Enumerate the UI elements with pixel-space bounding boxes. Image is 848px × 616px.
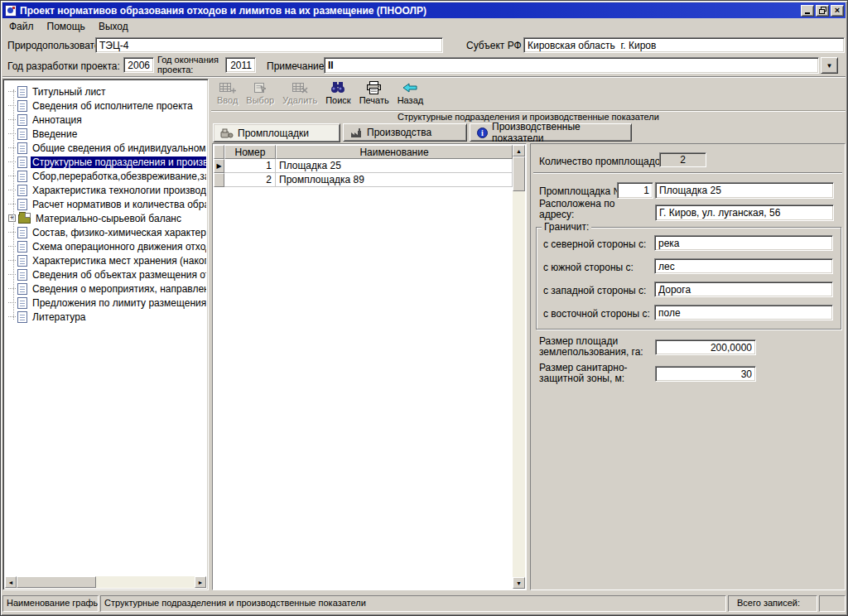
scroll-down-icon[interactable]: ▼ — [513, 577, 525, 589]
year-start-field[interactable] — [123, 57, 154, 73]
south-label: с южной стороны с: — [543, 262, 634, 273]
scroll-left-icon[interactable]: ◄ — [5, 576, 17, 588]
note-dropdown-button[interactable]: ▼ — [821, 57, 838, 74]
tab-proizvodstva[interactable]: Производства — [343, 123, 467, 142]
document-icon — [17, 283, 27, 295]
tab-pokazateli[interactable]: i Производственные показатели — [470, 123, 632, 142]
folder-icon — [18, 214, 31, 224]
status-records-label: Всего записей: — [728, 595, 817, 612]
document-icon — [17, 185, 27, 196]
north-label: с северной стороны с: — [543, 238, 646, 250]
tree-item[interactable]: Общие сведения об индивидуальном пр — [5, 141, 206, 155]
document-icon — [17, 86, 27, 98]
sections-tree: Титульный лист Сведения об исполнителе п… — [2, 79, 209, 590]
header-form: Природопользователь: Субъект РФ Год разр… — [2, 34, 846, 77]
tree-item[interactable]: Сбор,переработка,обезвреживание,зах — [5, 169, 206, 183]
address-label: Расположена по адресу: — [539, 199, 618, 220]
menu-file[interactable]: Файл — [2, 19, 41, 34]
count-label: Количество промплощадок: — [539, 156, 667, 167]
scroll-up-icon[interactable]: ▲ — [513, 145, 525, 156]
sites-table: Номер Наименование ▶ 1 Площадка 25 2 Про… — [212, 143, 527, 590]
expand-plus-icon[interactable]: + — [8, 214, 16, 222]
west-field[interactable] — [654, 282, 833, 297]
tree-item-selected[interactable]: Структурные подразделения и производ — [5, 155, 206, 169]
note-field[interactable] — [324, 57, 819, 74]
address-field[interactable] — [655, 205, 834, 221]
toolbar-button-pechat[interactable]: Печать — [355, 79, 393, 109]
east-field[interactable] — [654, 305, 833, 320]
scroll-right-icon[interactable]: ► — [195, 576, 206, 588]
tree-item-folder[interactable]: +Материально-сырьевой баланс — [5, 211, 206, 225]
tree-item[interactable]: Аннотация — [5, 113, 206, 127]
document-icon — [17, 227, 27, 238]
tree-item[interactable]: Схема операционного движения отходов — [5, 239, 206, 253]
tab-promploshchadki[interactable]: Промплощадки — [213, 123, 340, 142]
area-field[interactable] — [655, 339, 756, 355]
tree-item[interactable]: Сведения о мероприятиях, направленны — [5, 282, 206, 296]
tree-horizontal-scrollbar[interactable]: ◄ ► — [5, 576, 206, 588]
borders-group-label: Граничит: — [542, 221, 591, 233]
menu-exit[interactable]: Выход — [92, 19, 135, 34]
column-header-name[interactable]: Наименование — [276, 145, 513, 159]
document-icon — [17, 171, 27, 182]
menu-bar: Файл Помощь Выход — [2, 19, 846, 34]
year-end-label: Год окончания проекта: — [157, 55, 225, 75]
year-end-field[interactable] — [225, 57, 256, 73]
toolbar-button-vybor: Выбор — [242, 79, 278, 109]
grid-delete-icon — [292, 80, 309, 94]
region-field[interactable] — [523, 37, 845, 53]
status-records-value — [819, 595, 846, 612]
scrollbar-thumb[interactable] — [17, 576, 96, 588]
document-icon — [17, 255, 27, 267]
east-label: с восточной стороны с: — [543, 308, 650, 320]
site-name-field[interactable] — [655, 182, 834, 199]
column-header-number[interactable]: Номер — [224, 145, 276, 159]
toolbar-button-vvod: Ввод — [213, 79, 242, 109]
factory-icon — [350, 128, 363, 138]
tree-item[interactable]: Предложения по лимиту размещения от — [5, 296, 206, 310]
site-number-label: Промплощадка №: — [539, 185, 627, 197]
table-vertical-scrollbar[interactable]: ▲ ▼ — [513, 145, 525, 589]
printer-icon — [366, 80, 382, 94]
user-field[interactable] — [95, 37, 443, 53]
year-start-label: Год разработки проекта: — [7, 60, 120, 72]
minimize-icon — [805, 12, 810, 14]
status-section-name: Структурные подразделения и производстве… — [100, 595, 726, 612]
site-number-field[interactable] — [617, 182, 653, 199]
tree-connector-line — [13, 89, 14, 320]
area-label: Размер площади землепользования, га: — [539, 336, 659, 358]
close-button[interactable]: × — [831, 5, 844, 17]
status-bar: Наименование графы: Структурные подразде… — [2, 594, 846, 612]
tree-list: Титульный лист Сведения об исполнителе п… — [5, 81, 206, 576]
restore-button[interactable] — [816, 5, 829, 17]
tree-item[interactable]: Сведения об исполнителе проекта — [5, 99, 206, 113]
minimize-button[interactable] — [801, 5, 814, 17]
scrollbar-thumb[interactable] — [513, 156, 525, 191]
document-icon — [17, 142, 27, 154]
note-label: Примечание: — [267, 60, 327, 72]
info-icon: i — [477, 128, 488, 138]
current-row-indicator: ▶ — [214, 159, 224, 173]
tree-item[interactable]: Характеристика технологии производст — [5, 183, 206, 197]
tree-item[interactable]: Характеристика мест хранения (накопл — [5, 253, 206, 267]
table-row[interactable]: 2 Промплощадка 89 — [214, 173, 513, 187]
document-icon — [17, 269, 27, 281]
tree-item[interactable]: Сведения об объектах размещения отхо — [5, 267, 206, 282]
menu-help[interactable]: Помощь — [41, 19, 92, 34]
north-field[interactable] — [654, 235, 833, 251]
grid: Номер Наименование ▶ 1 Площадка 25 2 Про… — [214, 145, 513, 187]
borders-group: Граничит: с северной стороны с: с южной … — [536, 227, 841, 330]
tree-item[interactable]: Введение — [5, 127, 206, 141]
document-icon — [17, 199, 27, 210]
south-field[interactable] — [654, 258, 833, 274]
tree-item[interactable]: Состав, физико-химическая характерис — [5, 225, 206, 239]
toolbar-button-nazad[interactable]: Назад — [393, 79, 428, 109]
zone-field[interactable] — [655, 366, 756, 382]
table-row[interactable]: ▶ 1 Площадка 25 — [214, 159, 513, 173]
tree-item[interactable]: Литература — [5, 310, 206, 324]
tree-item[interactable]: Расчет нормативов и количества образ — [5, 197, 206, 211]
status-left-label: Наименование графы: — [2, 595, 99, 612]
tree-item[interactable]: Титульный лист — [5, 84, 206, 99]
chevron-down-icon: ▼ — [826, 62, 833, 70]
toolbar-button-poisk[interactable]: Поиск — [321, 79, 354, 109]
